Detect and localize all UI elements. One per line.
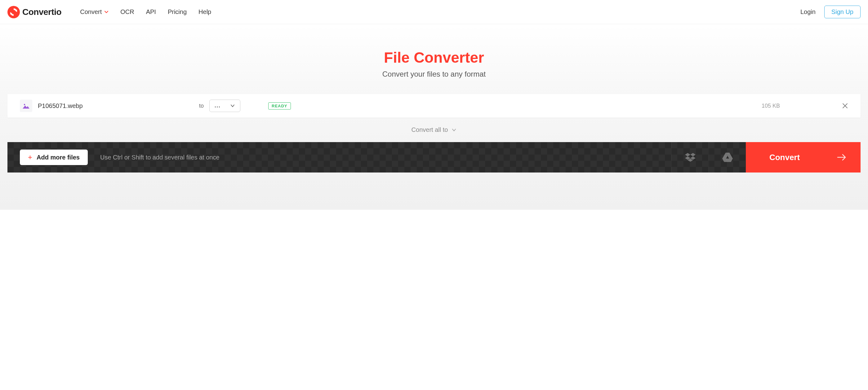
page-subtitle: Convert your files to any format	[0, 70, 868, 79]
nav-ocr[interactable]: OCR	[120, 8, 134, 16]
to-label: to	[199, 103, 204, 109]
chevron-down-icon	[104, 10, 108, 14]
chevron-down-icon	[230, 103, 235, 108]
file-name: P1065071.webp	[38, 102, 199, 110]
google-drive-icon	[722, 153, 733, 162]
header: Convertio Convert OCR API Pricing Help L…	[0, 0, 868, 24]
nav-api[interactable]: API	[146, 8, 156, 16]
svg-marker-4	[23, 106, 29, 109]
content: P1065071.webp to ... READY 105 KB Conver…	[0, 94, 868, 210]
google-drive-button[interactable]	[709, 142, 746, 173]
convert-all-dropdown[interactable]: Convert all to	[7, 118, 861, 142]
plus-icon: +	[28, 153, 32, 162]
svg-point-3	[24, 104, 25, 105]
svg-marker-5	[685, 153, 690, 156]
format-dropdown[interactable]: ...	[209, 99, 240, 112]
arrow-right-icon	[837, 154, 846, 161]
svg-marker-6	[690, 153, 695, 156]
logo-icon	[7, 6, 20, 18]
remove-file-button[interactable]	[842, 103, 848, 109]
add-more-label: Add more files	[37, 154, 80, 161]
nav-label: Help	[198, 8, 211, 16]
logo-text: Convertio	[22, 7, 61, 17]
file-thumbnail	[20, 99, 32, 112]
file-row: P1065071.webp to ... READY 105 KB	[7, 94, 861, 118]
multiselect-hint: Use Ctrl or Shift to add several files a…	[100, 154, 220, 161]
signup-button[interactable]: Sign Up	[824, 6, 861, 18]
file-size: 105 KB	[762, 103, 780, 109]
convert-all-label: Convert all to	[411, 126, 448, 133]
nav-convert[interactable]: Convert	[80, 8, 108, 16]
nav-label: Pricing	[168, 8, 187, 16]
chevron-down-icon	[452, 127, 457, 132]
close-icon	[842, 103, 848, 109]
action-bar: + Add more files Use Ctrl or Shift to ad…	[7, 142, 861, 173]
nav-label: OCR	[120, 8, 134, 16]
dropbox-button[interactable]	[672, 142, 709, 173]
dropbox-icon	[685, 153, 695, 162]
convert-button[interactable]: Convert	[746, 142, 861, 173]
nav-label: Convert	[80, 8, 102, 16]
main-nav: Convert OCR API Pricing Help	[80, 8, 211, 16]
image-icon	[23, 103, 29, 109]
nav-help[interactable]: Help	[198, 8, 211, 16]
auth-links: Login Sign Up	[800, 6, 861, 18]
format-placeholder: ...	[215, 103, 220, 109]
page-title: File Converter	[0, 49, 868, 66]
svg-point-0	[7, 6, 20, 18]
hero: File Converter Convert your files to any…	[0, 24, 868, 94]
convert-label: Convert	[769, 153, 800, 162]
nav-pricing[interactable]: Pricing	[168, 8, 187, 16]
add-more-files-button[interactable]: + Add more files	[20, 150, 88, 165]
nav-label: API	[146, 8, 156, 16]
logo[interactable]: Convertio	[7, 6, 61, 18]
login-link[interactable]: Login	[800, 8, 815, 16]
status-badge: READY	[268, 102, 291, 110]
